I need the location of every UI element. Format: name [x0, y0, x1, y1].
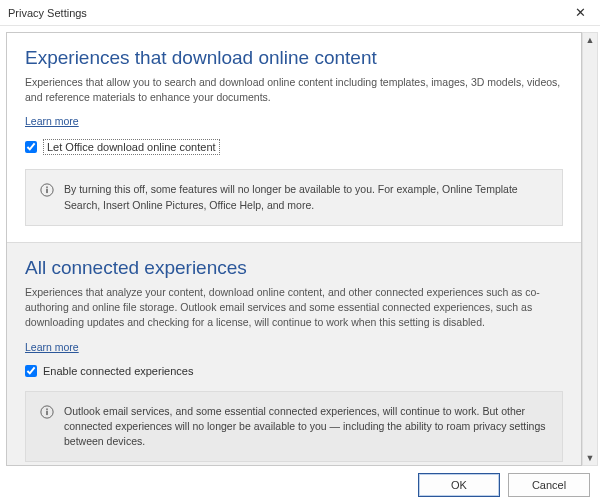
section-download-online-content: Experiences that download online content… — [7, 33, 581, 242]
svg-rect-2 — [46, 187, 47, 188]
learn-more-link[interactable]: Learn more — [25, 115, 79, 127]
cancel-button[interactable]: Cancel — [508, 473, 590, 497]
checkbox-connected-experiences[interactable]: Enable connected experiences — [25, 365, 563, 377]
section-description: Experiences that analyze your content, d… — [25, 285, 563, 331]
svg-rect-5 — [46, 408, 47, 409]
info-text: By turning this off, some features will … — [64, 182, 548, 212]
checkbox-label: Enable connected experiences — [43, 365, 193, 377]
info-box: Outlook email services, and some essenti… — [25, 391, 563, 463]
ok-button[interactable]: OK — [418, 473, 500, 497]
info-icon — [40, 405, 54, 419]
scroll-up-icon[interactable]: ▲ — [586, 33, 595, 47]
section-title: All connected experiences — [25, 257, 563, 279]
button-bar: OK Cancel — [418, 466, 600, 504]
checkbox-input[interactable] — [25, 141, 37, 153]
window-title: Privacy Settings — [8, 7, 87, 19]
checkbox-input[interactable] — [25, 365, 37, 377]
titlebar: Privacy Settings ✕ — [0, 0, 600, 26]
scrollbar[interactable]: ▲ ▼ — [582, 32, 598, 466]
close-icon[interactable]: ✕ — [569, 3, 592, 22]
svg-rect-4 — [46, 410, 47, 414]
info-box: By turning this off, some features will … — [25, 169, 563, 225]
checkbox-label: Let Office download online content — [43, 139, 220, 155]
section-title: Experiences that download online content — [25, 47, 563, 69]
learn-more-link[interactable]: Learn more — [25, 341, 79, 353]
section-connected-experiences: All connected experiences Experiences th… — [7, 242, 581, 466]
section-description: Experiences that allow you to search and… — [25, 75, 563, 105]
info-icon — [40, 183, 54, 197]
svg-rect-1 — [46, 189, 47, 193]
checkbox-download-online-content[interactable]: Let Office download online content — [25, 139, 563, 155]
scroll-down-icon[interactable]: ▼ — [586, 451, 595, 465]
settings-pane: Experiences that download online content… — [6, 32, 582, 466]
info-text: Outlook email services, and some essenti… — [64, 404, 548, 450]
main-area: Experiences that download online content… — [0, 26, 600, 466]
